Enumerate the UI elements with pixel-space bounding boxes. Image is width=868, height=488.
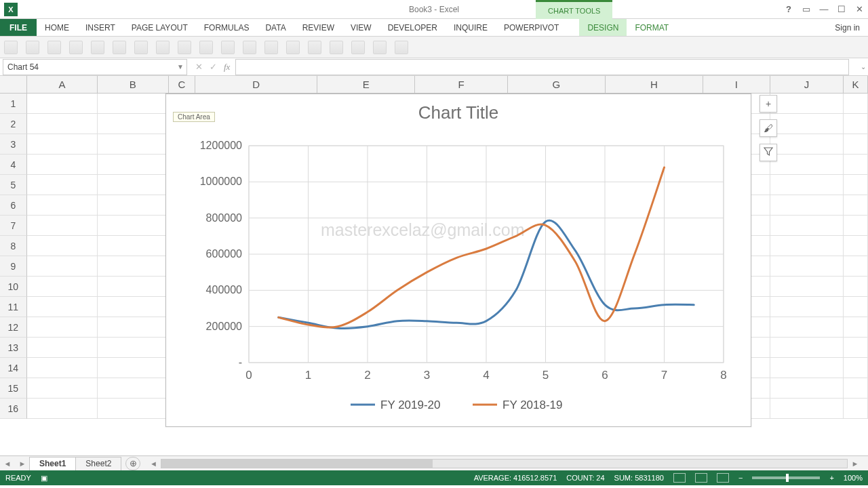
- cell[interactable]: [27, 358, 98, 378]
- tab-file[interactable]: FILE: [0, 19, 37, 36]
- cell[interactable]: [27, 155, 98, 175]
- tab-review[interactable]: REVIEW: [294, 19, 342, 36]
- chart-filters-button[interactable]: [760, 144, 777, 161]
- cell[interactable]: [844, 195, 868, 216]
- tab-insert[interactable]: INSERT: [77, 19, 123, 36]
- cell[interactable]: [98, 216, 168, 236]
- cell[interactable]: [27, 399, 98, 419]
- column-header-A[interactable]: A: [27, 76, 98, 93]
- cell[interactable]: [770, 277, 844, 297]
- worksheet-area[interactable]: ABCDEFGHIJK 12345678910111213141516 Char…: [0, 76, 868, 455]
- macro-record-icon[interactable]: ▣: [41, 474, 47, 483]
- column-header-E[interactable]: E: [317, 76, 415, 93]
- qat-cmd-19[interactable]: [395, 41, 408, 54]
- cell[interactable]: [770, 175, 844, 195]
- cell[interactable]: [770, 338, 844, 358]
- cell[interactable]: [27, 317, 98, 338]
- cell[interactable]: [27, 236, 98, 256]
- view-page-break-icon[interactable]: [717, 473, 729, 483]
- enter-formula-icon[interactable]: ✓: [210, 62, 217, 72]
- cell[interactable]: [844, 236, 868, 256]
- qat-cmd-13[interactable]: [264, 41, 278, 54]
- hscroll-track[interactable]: [161, 459, 848, 468]
- cell[interactable]: [98, 236, 168, 256]
- cell[interactable]: [844, 277, 868, 297]
- help-icon[interactable]: ?: [780, 1, 797, 18]
- cell[interactable]: [770, 236, 844, 256]
- qat-redo-icon[interactable]: [47, 41, 61, 54]
- qat-cmd-9[interactable]: [178, 41, 191, 54]
- column-header-F[interactable]: F: [415, 76, 508, 93]
- qat-cmd-12[interactable]: [243, 41, 256, 54]
- cell[interactable]: [844, 134, 868, 155]
- cell[interactable]: [27, 277, 98, 297]
- cell[interactable]: [98, 399, 168, 419]
- tab-view[interactable]: VIEW: [342, 19, 380, 36]
- column-header-C[interactable]: C: [169, 76, 196, 93]
- qat-undo-icon[interactable]: [26, 41, 39, 54]
- chart-plot-area[interactable]: -200000400000600000800000100000012000000…: [181, 139, 736, 388]
- new-sheet-button[interactable]: ⊕: [125, 457, 140, 470]
- row-header-10[interactable]: 10: [0, 277, 27, 297]
- column-header-J[interactable]: J: [770, 76, 844, 93]
- row-header-11[interactable]: 11: [0, 297, 27, 317]
- ribbon-display-options-icon[interactable]: ▭: [797, 1, 815, 18]
- cell[interactable]: [770, 399, 844, 419]
- tab-home[interactable]: HOME: [37, 19, 77, 36]
- cell[interactable]: [27, 94, 98, 114]
- row-header-12[interactable]: 12: [0, 317, 27, 338]
- qat-cmd-15[interactable]: [308, 41, 321, 54]
- qat-cmd-7[interactable]: [134, 41, 148, 54]
- chart-elements-button[interactable]: +: [760, 95, 777, 113]
- chart-styles-button[interactable]: 🖌: [760, 119, 777, 137]
- tab-formulas[interactable]: FORMULAS: [196, 19, 258, 36]
- cell[interactable]: [844, 358, 868, 378]
- hscroll-thumb[interactable]: [161, 460, 433, 468]
- cell[interactable]: [98, 155, 168, 175]
- cell[interactable]: [844, 94, 868, 114]
- cell[interactable]: [844, 338, 868, 358]
- cell[interactable]: [98, 134, 168, 155]
- formula-bar-input[interactable]: [235, 59, 849, 75]
- cell[interactable]: [98, 317, 168, 338]
- row-header-4[interactable]: 4: [0, 155, 27, 175]
- cell[interactable]: [770, 155, 844, 175]
- cell[interactable]: [770, 216, 844, 236]
- row-header-16[interactable]: 16: [0, 399, 27, 419]
- qat-cmd-16[interactable]: [330, 41, 343, 54]
- select-all-corner[interactable]: [0, 76, 27, 93]
- qat-cmd-5[interactable]: [91, 41, 104, 54]
- row-header-15[interactable]: 15: [0, 378, 27, 399]
- cell[interactable]: [27, 134, 98, 155]
- qat-cmd-14[interactable]: [286, 41, 300, 54]
- cell[interactable]: [98, 256, 168, 277]
- cell[interactable]: [844, 216, 868, 236]
- tab-chart-design[interactable]: DESIGN: [579, 19, 627, 36]
- cell[interactable]: [98, 358, 168, 378]
- row-header-2[interactable]: 2: [0, 114, 27, 134]
- column-header-G[interactable]: G: [508, 76, 606, 93]
- sheet-nav-next-icon[interactable]: ►: [15, 460, 30, 468]
- tab-data[interactable]: DATA: [257, 19, 294, 36]
- tab-chart-format[interactable]: FORMAT: [627, 19, 677, 36]
- cell[interactable]: [770, 134, 844, 155]
- qat-cmd-11[interactable]: [221, 41, 235, 54]
- hscroll-right-icon[interactable]: ►: [848, 460, 863, 468]
- cell[interactable]: [770, 114, 844, 134]
- cell[interactable]: [98, 195, 168, 216]
- zoom-slider[interactable]: [752, 476, 820, 479]
- column-header-D[interactable]: D: [195, 76, 317, 93]
- cell[interactable]: [844, 155, 868, 175]
- column-header-K[interactable]: K: [844, 76, 868, 93]
- cell[interactable]: [770, 94, 844, 114]
- zoom-level[interactable]: 100%: [844, 474, 863, 482]
- cell[interactable]: [27, 338, 98, 358]
- qat-cmd-6[interactable]: [113, 41, 126, 54]
- cell[interactable]: [770, 195, 844, 216]
- hscroll-left-icon[interactable]: ◄: [146, 460, 161, 468]
- column-header-B[interactable]: B: [98, 76, 168, 93]
- row-header-1[interactable]: 1: [0, 94, 27, 114]
- cell[interactable]: [98, 338, 168, 358]
- cell[interactable]: [770, 317, 844, 338]
- formula-bar-expand-icon[interactable]: ⌄: [859, 63, 868, 70]
